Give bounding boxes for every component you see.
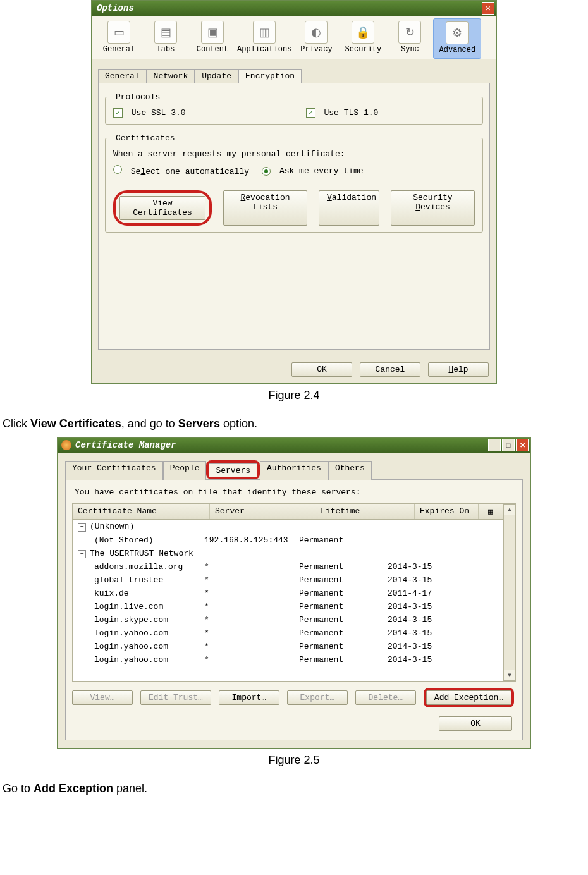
add-exception-button[interactable]: Add Exception… [426,690,511,705]
toolbar-icon: 🔒 [352,21,374,44]
toolbar-item-security[interactable]: 🔒Security [340,18,386,59]
scrollbar[interactable]: ▲ ▼ [503,504,515,681]
col-expires[interactable]: Expires On [415,504,479,519]
table-row[interactable]: login.yahoo.com*Permanent2014-3-15 [73,653,503,666]
table-row[interactable]: kuix.de*Permanent2011-4-17 [73,587,503,600]
toolbar-icon: ▤ [154,21,177,44]
options-toolbar: ▭General▤Tabs▣Content▥Applications◐Priva… [92,16,496,59]
cert-manager-window: Certificate Manager — □ ✕ Your Certifica… [57,437,531,749]
checkbox-icon: ✓ [113,108,123,118]
toolbar-label: Security [341,45,385,54]
table-group[interactable]: −The USERTRUST Network [73,547,503,561]
toolbar-label: Content [190,45,235,54]
subtab-general[interactable]: General [98,69,147,83]
toolbar-label: Privacy [294,45,338,54]
help-button[interactable]: Help [428,362,489,377]
options-titlebar[interactable]: Options ✕ [92,1,496,16]
toolbar-icon: ◐ [305,21,328,44]
certificates-legend: Certificates [113,133,178,143]
toolbar-item-content[interactable]: ▣Content [189,18,236,59]
cancel-button[interactable]: Cancel [360,362,420,377]
col-server[interactable]: Server [210,504,315,519]
tab-servers[interactable]: Servers [209,463,257,477]
cert-prompt: When a server requests my personal certi… [113,149,475,159]
close-icon[interactable]: ✕ [482,2,494,15]
col-cert-name[interactable]: Certificate Name [73,504,210,519]
table-row[interactable]: login.yahoo.com*Permanent2014-3-15 [73,640,503,653]
tab-people[interactable]: People [163,461,207,480]
table-row[interactable]: addons.mozilla.org*Permanent2014-3-15 [73,560,503,573]
toolbar-icon: ⚙ [446,21,469,44]
toolbar-item-advanced[interactable]: ⚙Advanced [433,18,481,59]
tab-your-certificates[interactable]: Your Certificates [65,461,163,480]
validation-button[interactable]: Validation [319,190,379,226]
firefox-icon [61,440,71,450]
certificates-fieldset: Certificates When a server requests my p… [105,133,483,233]
table-row[interactable]: login.live.com*Permanent2014-3-15 [73,600,503,613]
import-button[interactable]: Import… [219,690,279,705]
protocols-fieldset: Protocols ✓ Use SSL 3.0 ✓ Use TLS 1.0 [105,92,483,125]
subtab-encryption[interactable]: Encryption [238,69,302,83]
table-row[interactable]: global trustee*Permanent2014-3-15 [73,573,503,587]
highlight-box: Add Exception… [424,688,514,707]
revocation-lists-button[interactable]: Revocation Lists [223,190,307,226]
toolbar-label: Applications [237,45,291,54]
close-icon[interactable]: ✕ [516,439,529,451]
view-certificates-button[interactable]: View Certificates [119,196,205,220]
col-lifetime[interactable]: Lifetime [315,504,415,519]
table-row[interactable]: (Not Stored)192.168.8.125:443Permanent [73,534,503,547]
collapse-icon[interactable]: − [78,523,86,532]
servers-description: You have certificates on file that ident… [75,487,516,497]
cert-manager-title: Certificate Manager [75,440,176,450]
scroll-down-icon[interactable]: ▼ [503,670,516,681]
ok-button[interactable]: OK [439,716,512,731]
protocols-legend: Protocols [113,92,162,102]
toolbar-label: Sync [388,45,432,54]
scroll-up-icon[interactable]: ▲ [503,504,516,515]
toolbar-label: Advanced [435,46,479,54]
export-button[interactable]: Export… [287,690,348,705]
use-ssl-checkbox[interactable]: ✓ Use SSL 3.0 [113,108,186,118]
figure-caption-2: Figure 2.5 [0,754,588,767]
radio-ask-every-time[interactable]: Ask me every time [262,166,363,176]
toolbar-item-privacy[interactable]: ◐Privacy [293,18,340,59]
options-subtabs: GeneralNetworkUpdateEncryption [98,68,490,83]
encryption-pane: Protocols ✓ Use SSL 3.0 ✓ Use TLS 1.0 Ce… [98,83,490,350]
subtab-network[interactable]: Network [147,69,195,83]
servers-pane: You have certificates on file that ident… [65,479,523,740]
delete-button[interactable]: Delete… [355,690,416,705]
edit-trust-button[interactable]: Edit Trust… [140,690,211,705]
highlight-box: Servers [206,460,260,479]
toolbar-item-sync[interactable]: ↻Sync [386,18,433,59]
cert-table: Certificate Name Server Lifetime Expires… [72,503,516,682]
column-picker-icon[interactable]: ▦ [479,504,503,519]
checkbox-icon: ✓ [306,108,315,118]
figure-caption-1: Figure 2.4 [0,389,588,402]
table-row[interactable]: login.yahoo.com*Permanent2014-3-15 [73,627,503,640]
collapse-icon[interactable]: − [78,550,86,558]
radio-icon [113,165,122,174]
minimize-icon[interactable]: — [488,439,501,451]
ok-button[interactable]: OK [291,362,352,377]
toolbar-label: Tabs [144,45,188,54]
table-header: Certificate Name Server Lifetime Expires… [73,504,503,520]
subtab-update[interactable]: Update [195,69,238,83]
view-button[interactable]: View… [72,690,133,705]
security-devices-button[interactable]: Security Devices [391,190,475,226]
table-row[interactable]: login.skype.com*Permanent2014-3-15 [73,613,503,627]
maximize-icon[interactable]: □ [502,439,515,451]
tab-others[interactable]: Others [328,461,372,480]
options-footer: OK Cancel Help [92,356,496,383]
toolbar-item-general[interactable]: ▭General [95,18,142,59]
toolbar-item-applications[interactable]: ▥Applications [236,18,293,59]
radio-select-automatically[interactable]: Select one automatically [113,165,249,176]
table-group[interactable]: −(Unknown) [73,520,503,534]
cert-manager-titlebar[interactable]: Certificate Manager — □ ✕ [58,438,530,453]
tab-authorities[interactable]: Authorities [260,461,328,480]
use-tls-checkbox[interactable]: ✓ Use TLS 1.0 [306,108,379,118]
instruction-2: Go to Add Exception panel. [3,782,588,795]
cert-manager-tabs: Your CertificatesPeopleServersAuthoritie… [65,460,523,479]
toolbar-icon: ▭ [107,21,130,44]
options-window: Options ✕ ▭General▤Tabs▣Content▥Applicat… [91,0,497,384]
toolbar-item-tabs[interactable]: ▤Tabs [142,18,189,59]
